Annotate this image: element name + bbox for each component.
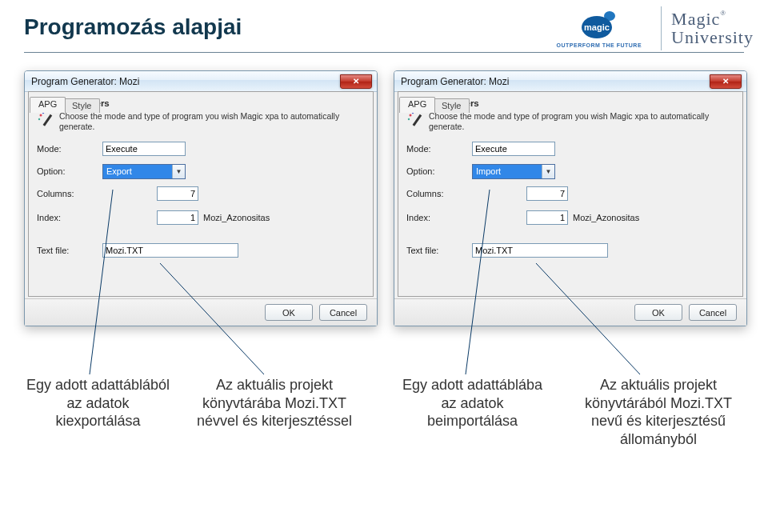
textfile-field[interactable] xyxy=(102,243,238,258)
close-icon: ✕ xyxy=(722,77,729,86)
tab-apg[interactable]: APG xyxy=(30,97,66,113)
index-number-field[interactable] xyxy=(157,210,198,225)
chevron-down-icon: ▼ xyxy=(542,165,554,178)
wand-icon xyxy=(406,111,424,129)
page-title: Programozás alapjai xyxy=(24,14,242,40)
section-description: Choose the mode and type of program you … xyxy=(59,111,365,131)
ok-button[interactable]: OK xyxy=(634,304,682,321)
svg-rect-7 xyxy=(413,114,422,126)
option-label: Option: xyxy=(406,166,472,176)
option-label: Option: xyxy=(37,166,102,176)
close-button[interactable]: ✕ xyxy=(710,74,742,89)
textfile-label: Text file: xyxy=(37,246,102,255)
option-combo[interactable]: Import ▼ xyxy=(472,164,555,179)
dialog-footer: OK Cancel xyxy=(394,298,746,326)
caption-export-file: Az aktuális projekt könyvtárába Mozi.TXT… xyxy=(194,376,354,448)
close-button[interactable]: ✕ xyxy=(340,74,372,89)
option-value: Export xyxy=(103,165,172,178)
mode-field[interactable] xyxy=(102,142,186,156)
cancel-button[interactable]: Cancel xyxy=(689,304,737,321)
magic-logo-icon: magic xyxy=(578,9,621,41)
svg-point-10 xyxy=(408,118,410,120)
caption-import-table: Egy adott adattáblába az adatok beimport… xyxy=(398,376,546,448)
svg-point-6 xyxy=(38,118,40,120)
index-label: Index: xyxy=(406,213,472,222)
header-logos: magic OUTPERFORM THE FUTURE Magic® Unive… xyxy=(557,3,754,53)
index-name: Mozi_Azonositas xyxy=(568,213,734,222)
tab-panel-apg: APG Parameters Choose the mode and type … xyxy=(28,91,374,297)
cancel-button[interactable]: Cancel xyxy=(319,304,367,321)
magic-university-logo: Magic® University xyxy=(671,10,754,46)
tab-panel-apg: APG Parameters Choose the mode and type … xyxy=(398,91,743,297)
index-label: Index: xyxy=(37,213,102,222)
chevron-down-icon: ▼ xyxy=(172,165,185,178)
close-icon: ✕ xyxy=(353,77,359,86)
index-number-field[interactable] xyxy=(526,210,568,225)
titlebar[interactable]: Program Generator: Mozi ✕ xyxy=(394,71,746,92)
tab-style[interactable]: Style xyxy=(63,98,100,113)
columns-label: Columns: xyxy=(406,189,472,198)
captions-row: Egy adott adattáblából az adatok kiexpor… xyxy=(0,376,768,448)
mode-label: Mode: xyxy=(37,144,102,154)
ok-button[interactable]: OK xyxy=(265,304,313,321)
textfile-field[interactable] xyxy=(472,243,608,258)
option-combo[interactable]: Export ▼ xyxy=(102,164,186,179)
index-name: Mozi_Azonositas xyxy=(198,213,365,222)
magic-tagline: OUTPERFORM THE FUTURE xyxy=(557,42,642,48)
mode-label: Mode: xyxy=(406,144,472,154)
tab-apg[interactable]: APG xyxy=(399,97,435,113)
dialog-title: Program Generator: Mozi xyxy=(401,76,710,87)
caption-import-file: Az aktuális projekt könyvtárából Mozi.TX… xyxy=(574,376,742,448)
program-generator-dialog-export: Program Generator: Mozi ✕ APG Style APG … xyxy=(24,70,378,326)
columns-field[interactable] xyxy=(526,186,568,201)
svg-rect-3 xyxy=(43,114,53,126)
caption-export-table: Egy adott adattáblából az adatok kiexpor… xyxy=(24,376,172,448)
option-value: Import xyxy=(473,165,542,178)
columns-field[interactable] xyxy=(157,186,198,201)
dialog-footer: OK Cancel xyxy=(25,298,377,326)
program-generator-dialog-import: Program Generator: Mozi ✕ APG Style APG … xyxy=(394,70,747,326)
textfile-label: Text file: xyxy=(406,246,472,255)
section-description: Choose the mode and type of program you … xyxy=(429,111,734,131)
wand-icon xyxy=(37,111,54,129)
columns-label: Columns: xyxy=(37,189,102,198)
svg-text:magic: magic xyxy=(584,22,610,32)
mode-field[interactable] xyxy=(472,142,555,156)
svg-point-8 xyxy=(410,114,412,117)
tab-style[interactable]: Style xyxy=(433,98,470,113)
magic-logo: magic OUTPERFORM THE FUTURE xyxy=(557,9,642,48)
svg-point-4 xyxy=(40,114,42,117)
dialog-title: Program Generator: Mozi xyxy=(31,76,340,87)
logo-divider xyxy=(661,6,662,50)
titlebar[interactable]: Program Generator: Mozi ✕ xyxy=(25,71,377,92)
